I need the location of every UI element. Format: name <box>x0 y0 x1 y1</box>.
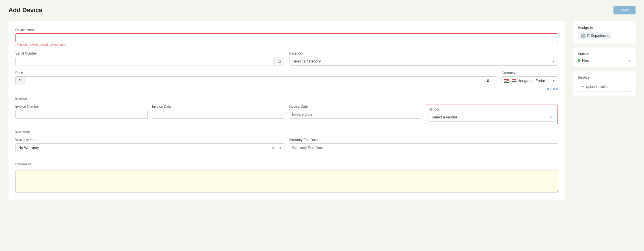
currency-label: Currency <box>502 71 558 75</box>
vendor-field-wrap: Vendor Select a vendor ▼ <box>426 105 558 124</box>
invoice-date-group: Invoice Date <box>289 105 421 119</box>
invoice-grid: Invoice Number Invoice Data Invoice Date <box>15 105 558 124</box>
comment-textarea[interactable] <box>15 170 558 193</box>
vendor-select[interactable]: Select a vendor <box>429 113 555 122</box>
device-name-input[interactable] <box>15 33 558 42</box>
comment-section-label: Comment <box>15 162 558 166</box>
invoice-data-group: Invoice Data <box>152 105 284 119</box>
currency-group: Currency 🇭🇺 Hungarian Forint 🇭🇺 ▼ <box>502 71 558 85</box>
status-row: New ▼ <box>578 58 631 62</box>
warranty-select-wrap: No Warranty 1 Year 2 Years 3 Years ✕ ▼ <box>15 143 284 152</box>
invoice-sidebar-section: Invoice: + Upload Invoice <box>573 71 636 96</box>
currency-select[interactable]: 🇭🇺 Hungarian Forint <box>502 76 558 85</box>
warranty-years-select[interactable]: No Warranty 1 Year 2 Years 3 Years <box>16 144 270 152</box>
invoice-number-input[interactable] <box>15 110 148 119</box>
invoice-section: Invoice Invoice Number Invoice Data Invo… <box>15 97 558 124</box>
price-prefix: Ft <box>16 77 25 85</box>
price-group: Price Ft <box>15 71 496 85</box>
upload-plus-icon: + <box>582 84 584 89</box>
device-name-error: * Please provide a valid device name <box>15 43 558 46</box>
invoice-sidebar-label: Invoice: <box>578 75 631 79</box>
upload-invoice-label: Upload Invoice <box>586 85 608 89</box>
building-icon: 🏢 <box>581 33 585 38</box>
assign-badge[interactable]: 🏢 IT Department <box>578 32 611 39</box>
device-name-label: Device Name <box>15 28 558 32</box>
invoice-date-label: Invoice Date <box>289 105 421 109</box>
status-section: Status: New ▼ <box>573 47 636 67</box>
warranty-years-label: Warranty Years <box>15 138 284 142</box>
status-value: New <box>578 58 589 62</box>
invoice-section-label: Invoice <box>15 97 558 101</box>
page-container: Add Device Save Device Name * Please pro… <box>0 0 644 251</box>
category-select[interactable]: Select a category <box>289 57 558 66</box>
serial-number-label: Serial Number <box>15 51 284 55</box>
serial-input-wrap: ⊡ <box>15 57 284 66</box>
warranty-section-label: Warranty <box>15 130 558 134</box>
price-input-wrap: Ft <box>15 76 496 85</box>
invoice-number-group: Invoice Number <box>15 105 148 119</box>
save-button[interactable]: Save <box>613 6 636 14</box>
serial-number-group: Serial Number ⊡ <box>15 51 284 66</box>
assign-to-section: Assign to: 🏢 IT Department <box>573 21 636 44</box>
scan-icon[interactable]: ⊡ <box>274 57 284 66</box>
invoice-date-input[interactable] <box>289 110 421 119</box>
warranty-down-icon: ▼ <box>276 146 284 150</box>
warranty-end-date-input[interactable] <box>289 143 558 152</box>
warranty-years-group: Warranty Years No Warranty 1 Year 2 Year… <box>15 138 284 152</box>
status-dot <box>578 59 580 62</box>
main-layout: Device Name * Please provide a valid dev… <box>8 21 636 200</box>
currency-select-wrap: 🇭🇺 Hungarian Forint 🇭🇺 ▼ <box>502 76 558 85</box>
status-chevron-icon[interactable]: ▼ <box>628 59 631 62</box>
assign-to-value: IT Department <box>587 34 608 38</box>
warranty-grid: Warranty Years No Warranty 1 Year 2 Year… <box>15 138 558 157</box>
price-input[interactable] <box>25 77 496 85</box>
status-text: New <box>582 58 589 62</box>
invoice-data-input[interactable] <box>152 110 284 119</box>
page-header: Add Device Save <box>8 6 636 14</box>
serial-category-row: Serial Number ⊡ Category Select a catego… <box>15 51 558 71</box>
status-label: Status: <box>578 52 631 56</box>
vendor-label: Vendor <box>429 107 555 111</box>
comment-section: Comment <box>15 162 558 194</box>
price-label: Price <box>15 71 496 75</box>
device-name-group: Device Name * Please provide a valid dev… <box>15 28 558 46</box>
warranty-section: Warranty Warranty Years No Warranty 1 Ye… <box>15 130 558 157</box>
vendor-select-wrap: Select a vendor ▼ <box>429 113 555 122</box>
category-label: Category <box>289 51 558 55</box>
serial-number-input[interactable] <box>16 57 274 66</box>
sidebar: Assign to: 🏢 IT Department Status: New ▼ <box>573 21 636 200</box>
category-group: Category Select a category ▼ <box>289 51 558 66</box>
assign-to-label: Assign to: <box>578 26 631 30</box>
warranty-end-date-label: Warranty End Date <box>289 138 558 142</box>
warranty-clear-icon[interactable]: ✕ <box>270 146 276 150</box>
upload-invoice-button[interactable]: + Upload Invoice <box>578 82 631 92</box>
warranty-end-date-group: Warranty End Date <box>289 138 558 152</box>
huf-amount: HUF0.0 <box>15 87 558 91</box>
invoice-data-label: Invoice Data <box>152 105 284 109</box>
page-title: Add Device <box>8 7 42 14</box>
category-select-wrap: Select a category ▼ <box>289 57 558 66</box>
price-currency-row: Price Ft Currency 🇭🇺 Hungarian Forint 🇭🇺… <box>15 71 558 85</box>
invoice-number-label: Invoice Number <box>15 105 148 109</box>
form-area: Device Name * Please provide a valid dev… <box>8 21 565 200</box>
